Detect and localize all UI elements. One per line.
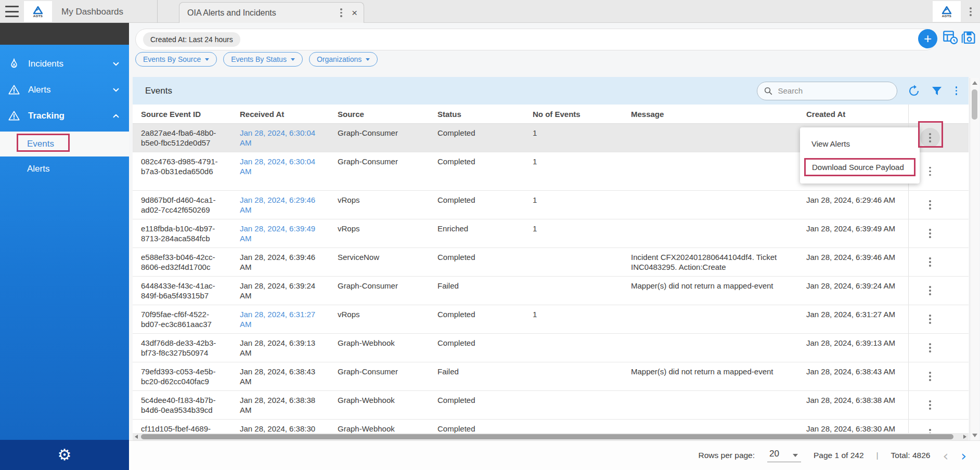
row-actions-button[interactable] (920, 224, 940, 243)
cell-message: Mapper(s) did not return a mapped-event (631, 362, 806, 381)
my-dashboards-label[interactable]: My Dashboards (61, 7, 123, 17)
row-actions-button[interactable] (920, 128, 940, 148)
table-row[interactable]: e118fbda-b10c-4b97-8713-284aca584fcb Jan… (133, 219, 969, 248)
scroll-up-arrow-icon[interactable] (972, 81, 977, 85)
table-header-row: Source Event ID Received At Source Statu… (133, 105, 969, 124)
vertical-scrollbar-thumb[interactable] (972, 89, 977, 120)
chip-events-by-status[interactable]: Events By Status (223, 52, 303, 67)
chip-organizations[interactable]: Organizations (309, 52, 378, 67)
cell-source: Graph-Consumer (338, 277, 437, 295)
horizontal-scrollbar-thumb[interactable] (141, 434, 953, 439)
horizontal-scrollbar[interactable] (133, 433, 969, 440)
chip-label: Organizations (317, 55, 362, 63)
search-box[interactable] (757, 82, 897, 100)
tab-close-icon[interactable]: × (352, 8, 357, 18)
sidebar-item-tracking[interactable]: Tracking (0, 103, 129, 128)
save-view-icon[interactable] (961, 30, 977, 45)
column-header-no-of-events[interactable]: No of Events (533, 110, 631, 119)
column-header-status[interactable]: Status (437, 110, 533, 119)
column-header-source-event-id[interactable]: Source Event ID (141, 110, 240, 119)
refresh-icon[interactable] (908, 85, 920, 97)
cell-received-at[interactable]: Jan 28, 2024, 6:29:46 AM (240, 191, 338, 219)
column-header-source[interactable]: Source (338, 110, 437, 119)
chevron-up-icon[interactable] (111, 111, 121, 121)
search-input[interactable] (778, 86, 882, 95)
table-row[interactable]: 43df76d8-de33-42b3-bf73-f8c327b50974 Jan… (133, 334, 969, 362)
cell-received-at[interactable]: Jan 28, 2024, 6:30:04 AM (240, 152, 338, 180)
chip-events-by-source[interactable]: Events By Source (135, 52, 217, 67)
sidebar-item-events[interactable]: Events (0, 132, 129, 156)
sidebar-item-incidents[interactable]: Incidents (0, 51, 129, 76)
brand-triangle-icon (32, 6, 44, 15)
row-actions-button[interactable] (920, 195, 940, 215)
brand-logo[interactable]: AOTS (24, 1, 52, 22)
next-page-button[interactable]: › (961, 449, 966, 463)
column-header-received-at[interactable]: Received At (240, 110, 338, 119)
cell-status: Completed (437, 305, 533, 323)
cell-source: Graph-Webhook (338, 334, 437, 352)
cell-message (631, 420, 806, 428)
row-actions-button[interactable] (920, 309, 940, 329)
cell-status: Failed (437, 277, 533, 295)
cell-received-at[interactable]: Jan 28, 2024, 6:39:49 AM (240, 219, 338, 247)
column-header-created-at[interactable]: Created At (806, 110, 908, 119)
row-actions-button[interactable] (920, 162, 940, 181)
cell-received-at[interactable]: Jan 28, 2024, 6:39:13 AM (240, 334, 338, 362)
scroll-down-arrow-icon[interactable] (972, 434, 977, 437)
filter-funnel-icon[interactable] (931, 85, 943, 97)
column-header-actions (908, 105, 969, 123)
table-row[interactable]: 9d867b0f-d460-4ca1-ad02-7cc42f650269 Jan… (133, 191, 969, 219)
tab-oia-alerts-and-incidents[interactable]: OIA Alerts and Incidents × (179, 2, 364, 23)
sidebar-item-alerts[interactable]: Alerts (0, 77, 129, 102)
cell-status: Completed (437, 334, 533, 352)
scroll-left-arrow-icon[interactable] (135, 435, 138, 439)
cell-source: vRops (338, 305, 437, 323)
cell-source-event-id: 43df76d8-de33-42b3-bf73-f8c327b50974 (141, 334, 240, 362)
page-info: Page 1 of 242 (814, 451, 864, 460)
table-row[interactable]: 6448433e-f43c-41ac-849f-b6a5f49315b7 Jan… (133, 277, 969, 305)
table-row[interactable]: 5c4dee40-f183-4b7b-b4d6-0ea9534b39cd Jan… (133, 391, 969, 420)
row-actions-button[interactable] (920, 281, 940, 301)
row-actions-button[interactable] (920, 338, 940, 358)
cell-received-at[interactable]: Jan 28, 2024, 6:38:38 AM (240, 391, 338, 419)
cell-received-at[interactable]: Jan 28, 2024, 6:30:04 AM (240, 124, 338, 152)
vertical-scrollbar[interactable] (970, 78, 979, 440)
cell-received-at[interactable]: Jan 28, 2024, 6:38:43 AM (240, 362, 338, 390)
column-header-message[interactable]: Message (631, 110, 806, 119)
row-actions-button[interactable] (920, 367, 940, 386)
gear-icon[interactable]: ⚙ (58, 447, 72, 463)
menu-item-view-alerts[interactable]: View Alerts (800, 134, 920, 154)
previous-page-button[interactable]: ‹ (943, 449, 948, 463)
chevron-down-icon (205, 58, 209, 61)
sidebar-item-tracking-alerts[interactable]: Alerts (0, 156, 129, 181)
brand-logo-right[interactable]: AOTS (933, 1, 961, 22)
panel-options-kebab-icon[interactable] (953, 84, 960, 97)
tab-options-kebab-icon[interactable] (338, 6, 344, 19)
row-actions-button[interactable] (920, 252, 940, 272)
cell-received-at[interactable]: Jan 28, 2024, 6:39:24 AM (240, 277, 338, 305)
chevron-down-icon[interactable] (111, 85, 121, 95)
table-row[interactable]: e588ef33-b046-42cc-8606-ed32f4d1700c Jan… (133, 248, 969, 277)
cell-received-at[interactable]: Jan 28, 2024, 6:39:46 AM (240, 248, 338, 276)
cell-message (631, 305, 806, 314)
cell-message (631, 124, 806, 132)
table-row[interactable]: 70f95fae-cf6f-4522-bd07-ec3c861aac37 Jan… (133, 305, 969, 334)
cell-received-at[interactable]: Jan 28, 2024, 6:31:27 AM (240, 305, 338, 333)
chip-label: Events By Status (231, 55, 287, 63)
table-settings-icon[interactable] (943, 30, 958, 45)
add-filter-button[interactable]: + (918, 29, 937, 48)
menu-item-download-source-payload[interactable]: Download Source Payload (804, 158, 915, 176)
cell-no-of-events: 1 (533, 191, 631, 209)
hamburger-menu-icon[interactable] (5, 6, 21, 17)
cell-source-event-id: 9d867b0f-d460-4ca1-ad02-7cc42f650269 (141, 191, 240, 219)
chevron-down-icon[interactable] (111, 59, 121, 69)
panel-title: Events (145, 86, 172, 96)
topbar-options-kebab-icon[interactable] (968, 5, 974, 18)
created-at-filter-chip[interactable]: Created At: Last 24 hours (143, 32, 240, 47)
scroll-right-arrow-icon[interactable] (963, 435, 966, 439)
rows-per-page-select[interactable]: 20 (767, 449, 801, 462)
row-actions-button[interactable] (920, 395, 940, 415)
cell-source: vRops (338, 191, 437, 209)
cell-no-of-events: 1 (533, 305, 631, 323)
table-row[interactable]: 79efd393-c053-4e5b-bc20-d62cc040fac9 Jan… (133, 362, 969, 391)
